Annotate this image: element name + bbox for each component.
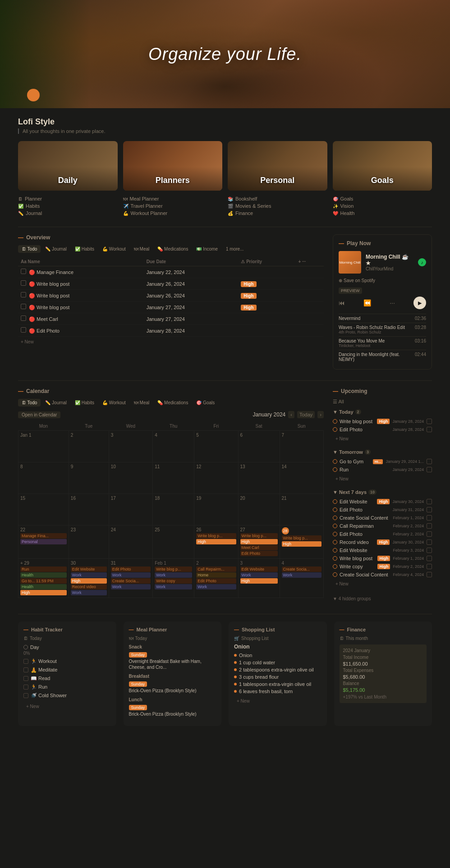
table-row[interactable]: 🔴 Write blog post January 26, 2024 High bbox=[18, 290, 324, 302]
tab-income[interactable]: 💵 Income bbox=[193, 245, 221, 253]
cal-day-cell[interactable]: 14 bbox=[280, 462, 323, 494]
playlist-item[interactable]: Waves - Robin Schulz Radio Edit 4th Prot… bbox=[339, 323, 426, 336]
upcoming-item[interactable]: Edit Website High January 30, 2024 bbox=[333, 498, 432, 506]
cal-day-cell[interactable]: 16 bbox=[69, 494, 109, 525]
item-check[interactable] bbox=[427, 556, 432, 561]
item-check[interactable] bbox=[427, 419, 432, 424]
dots-button[interactable]: ··· bbox=[390, 299, 395, 306]
cal-day-cell[interactable]: 31 Edit Photo Work Create Socia... Work bbox=[109, 559, 152, 598]
upcoming-item[interactable]: Write copy High February 2, 2024 bbox=[333, 562, 432, 571]
link-workout[interactable]: 💪Workout Planner bbox=[123, 210, 223, 216]
cal-day-cell[interactable]: 22 Manage Fina... Personal bbox=[18, 525, 69, 559]
link-planner[interactable]: 🗓Planner bbox=[18, 196, 118, 201]
cal-day-cell[interactable]: 21 bbox=[280, 494, 323, 525]
category-card-personal[interactable]: Personal bbox=[228, 141, 327, 191]
cal-day-cell[interactable]: 23 bbox=[69, 525, 109, 559]
cal-day-cell[interactable]: 3 Edit Website Work High bbox=[238, 559, 280, 598]
cal-day-cell[interactable]: 5 bbox=[194, 431, 238, 462]
tab-todo[interactable]: 🗓 Todo bbox=[18, 245, 41, 253]
playlist-item[interactable]: Dancing in the Moonlight (feat. NEIMY) 0… bbox=[339, 350, 426, 364]
link-movies[interactable]: 🎬Movies & Series bbox=[228, 203, 327, 209]
tab-workout[interactable]: 💪 Workout bbox=[99, 245, 129, 253]
item-check[interactable] bbox=[427, 523, 432, 529]
task-checkbox[interactable] bbox=[21, 269, 26, 274]
prev-button[interactable]: ⏪ bbox=[363, 299, 371, 306]
group-tomorrow-header[interactable]: ▼ Tomorrow 3 bbox=[333, 449, 432, 455]
shopping-item[interactable]: 1 tablespoon extra-virgin olive oil bbox=[234, 681, 321, 687]
cal-day-cell[interactable]: 2 bbox=[69, 431, 109, 462]
cal-day-cell[interactable]: 24 bbox=[109, 525, 152, 559]
cal-day-cell[interactable]: 7 bbox=[280, 431, 323, 462]
item-check[interactable] bbox=[427, 427, 432, 432]
upcoming-item[interactable]: Write blog post High January 28, 2024 bbox=[333, 417, 432, 425]
cal-tab-goals[interactable]: 🎯 Goals bbox=[193, 399, 218, 407]
cal-tab-medications[interactable]: 💊 Medications bbox=[154, 399, 192, 407]
shopping-item[interactable]: 2 tablespoons extra-virgin olive oil bbox=[234, 667, 321, 672]
tab-medications[interactable]: 💊 Medications bbox=[154, 245, 192, 253]
category-card-daily[interactable]: Daily bbox=[18, 141, 118, 191]
add-next7-task[interactable]: + New bbox=[333, 579, 432, 589]
cal-day-cell[interactable]: 27 Write blog p... High Meet Carl Edit P… bbox=[238, 525, 280, 559]
cal-day-cell[interactable]: 30 Edit Website Work High Record video W… bbox=[69, 559, 109, 598]
add-tomorrow-task[interactable]: + New bbox=[333, 474, 432, 484]
cal-day-cell[interactable]: 18 bbox=[153, 494, 194, 525]
open-calendar-button[interactable]: Open in Calendar bbox=[18, 411, 60, 418]
task-checkbox[interactable] bbox=[21, 315, 26, 321]
cal-day-cell[interactable]: 9 bbox=[69, 462, 109, 494]
task-checkbox[interactable] bbox=[21, 280, 26, 286]
cal-day-cell[interactable]: 25 bbox=[153, 525, 194, 559]
add-habit-button[interactable]: + New bbox=[23, 701, 111, 712]
table-row[interactable]: 🔴 Manage Finance January 22, 2024 bbox=[18, 266, 324, 278]
cal-tab-workout[interactable]: 💪 Workout bbox=[99, 399, 129, 407]
cal-tab-meal[interactable]: 🍽 Meal bbox=[130, 399, 153, 407]
tab-meal[interactable]: 🍽 Meal bbox=[130, 245, 153, 253]
save-spotify-button[interactable]: ⊕ Save on Spotify bbox=[339, 278, 426, 283]
shopping-item[interactable]: 6 leaves fresh basil, torn bbox=[234, 689, 321, 694]
playlist-item[interactable]: Because You Move Me Tinlicker, Helsloot … bbox=[339, 336, 426, 350]
upcoming-item[interactable]: Edit Website February 3, 2024 bbox=[333, 546, 432, 554]
upcoming-item[interactable]: Edit Photo January 31, 2024 bbox=[333, 506, 432, 514]
upcoming-item[interactable]: Call Repairman February 2, 2024 bbox=[333, 522, 432, 530]
item-check[interactable] bbox=[427, 572, 432, 577]
group-next7-header[interactable]: ▼ Next 7 days 10 bbox=[333, 489, 432, 495]
task-checkbox[interactable] bbox=[21, 327, 26, 333]
table-row[interactable]: 🔴 Meet Carl January 27, 2024 bbox=[18, 313, 324, 325]
table-row[interactable]: 🔴 Write blog post January 26, 2024 High bbox=[18, 278, 324, 290]
cal-tab-habits[interactable]: ✅ Habits bbox=[71, 399, 98, 407]
cal-day-cell[interactable]: 17 bbox=[109, 494, 152, 525]
add-shopping-item[interactable]: + New bbox=[234, 696, 321, 706]
item-check[interactable] bbox=[427, 459, 432, 464]
link-bookshelf[interactable]: 📚Bookshelf bbox=[228, 196, 327, 201]
cal-day-cell[interactable]: Feb 1 Write blog p... Work Write copy Wo… bbox=[153, 559, 194, 598]
add-today-task[interactable]: + New bbox=[333, 434, 432, 444]
cal-day-cell[interactable]: 12 bbox=[194, 462, 238, 494]
cal-next-button[interactable]: › bbox=[317, 411, 324, 418]
tab-more[interactable]: 1 more... bbox=[222, 245, 247, 253]
tab-habits[interactable]: ✅ Habits bbox=[71, 245, 98, 253]
cal-day-cell[interactable]: 3 bbox=[109, 431, 152, 462]
cal-prev-button[interactable]: ‹ bbox=[288, 411, 294, 418]
link-journal[interactable]: ✏️Journal bbox=[18, 210, 118, 216]
habit-cold-check[interactable] bbox=[23, 693, 28, 698]
play-button[interactable]: ▶ bbox=[413, 297, 426, 309]
upcoming-item[interactable]: Create Social Content February 1, 2024 bbox=[333, 514, 432, 522]
link-habits[interactable]: ✅Habits bbox=[18, 203, 118, 209]
cal-today-button[interactable]: Today bbox=[297, 411, 315, 418]
cal-day-cell[interactable]: 4 Create Socia... Work bbox=[280, 559, 323, 598]
item-check[interactable] bbox=[427, 548, 432, 553]
group-today-header[interactable]: ▼ Today 2 bbox=[333, 409, 432, 415]
cal-day-cell[interactable]: 6 bbox=[238, 431, 280, 462]
item-check[interactable] bbox=[427, 564, 432, 569]
link-finance[interactable]: 💰Finance bbox=[228, 210, 327, 216]
item-check[interactable] bbox=[427, 539, 432, 545]
tab-journal[interactable]: ✏️ Journal bbox=[41, 245, 70, 253]
add-new-task[interactable]: + New bbox=[18, 337, 324, 347]
item-check[interactable] bbox=[427, 531, 432, 537]
upcoming-item[interactable]: Record video High January 30, 2024 bbox=[333, 538, 432, 546]
cal-day-cell[interactable]: 13 bbox=[238, 462, 280, 494]
cal-day-cell[interactable]: 10 bbox=[109, 462, 152, 494]
cal-day-cell today highlighted[interactable]: 28 Write blog p... High bbox=[280, 525, 323, 559]
cal-tab-journal[interactable]: ✏️ Journal bbox=[41, 399, 70, 407]
table-row[interactable]: 🔴 Edit Photo January 28, 2024 bbox=[18, 325, 324, 337]
habit-run-check[interactable] bbox=[23, 685, 28, 690]
